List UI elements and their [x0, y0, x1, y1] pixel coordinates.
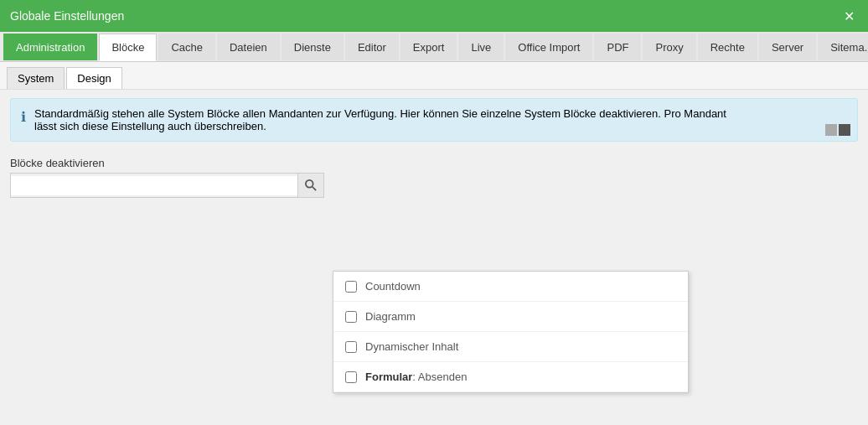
diagramm-checkbox[interactable] — [345, 311, 357, 323]
tab-export[interactable]: Export — [400, 34, 457, 60]
info-box: ℹ Standardmäßig stehen alle System Blöck… — [10, 98, 858, 142]
sub-tab-bar: System Design — [0, 62, 868, 90]
info-controls — [825, 124, 850, 136]
tab-editor[interactable]: Editor — [345, 34, 399, 60]
formular-absenden-label: Formular: Absenden — [365, 371, 467, 383]
content-wrapper: ℹ Standardmäßig stehen alle System Blöck… — [0, 90, 868, 425]
tab-live[interactable]: Live — [458, 34, 504, 60]
tab-proxy[interactable]: Proxy — [643, 34, 695, 60]
filter-label: Blöcke deaktivieren — [10, 157, 324, 169]
tab-bloecke[interactable]: Blöcke — [99, 34, 157, 61]
info-text-line1: Standardmäßig stehen alle System Blöcke … — [34, 107, 726, 120]
title-bar: Globale Einstellungen ✕ — [0, 0, 868, 32]
search-icon — [305, 179, 317, 191]
filter-input[interactable] — [11, 176, 297, 195]
countdown-checkbox[interactable] — [345, 281, 357, 293]
filter-area: Blöcke deaktivieren — [10, 157, 324, 328]
sub-tab-system[interactable]: System — [7, 67, 65, 89]
close-window-button[interactable]: ✕ — [840, 8, 858, 24]
info-collapse-button[interactable] — [825, 124, 837, 136]
tab-cache[interactable]: Cache — [158, 34, 215, 60]
dynamischer-inhalt-label: Dynamischer Inhalt — [365, 340, 458, 353]
tab-rechte[interactable]: Rechte — [698, 34, 757, 60]
tab-administration[interactable]: Administration — [3, 34, 97, 60]
dropdown-list: Countdown Diagramm Dynamischer Inhalt Fo… — [333, 271, 689, 393]
formular-absenden-checkbox[interactable] — [345, 371, 357, 383]
info-text: Standardmäßig stehen alle System Blöcke … — [34, 107, 726, 132]
info-text-line2: lässt sich diese Einstellung auch übersc… — [34, 120, 726, 132]
svg-point-0 — [306, 180, 313, 188]
list-item[interactable]: Dynamischer Inhalt — [333, 332, 688, 362]
tab-officeimport[interactable]: Office Import — [505, 34, 592, 60]
filter-input-row — [10, 173, 324, 198]
tab-dateien[interactable]: Dateien — [217, 34, 280, 60]
diagramm-label: Diagramm — [365, 310, 416, 323]
tab-server[interactable]: Server — [759, 34, 816, 60]
tab-pdf[interactable]: PDF — [594, 34, 641, 60]
info-icon: ℹ — [21, 109, 26, 125]
list-item[interactable]: Diagramm — [333, 302, 688, 332]
tab-bar: Administration Blöcke Cache Dateien Dien… — [0, 32, 868, 62]
sub-tab-design[interactable]: Design — [66, 67, 121, 89]
filter-search-button[interactable] — [297, 174, 323, 197]
svg-line-1 — [313, 187, 316, 190]
dynamischer-inhalt-checkbox[interactable] — [345, 341, 357, 353]
tab-sitemap[interactable]: Sitema... — [818, 34, 868, 60]
countdown-label: Countdown — [365, 280, 421, 293]
info-expand-button[interactable] — [839, 124, 850, 136]
tab-dienste[interactable]: Dienste — [282, 34, 344, 60]
list-item[interactable]: Formular: Absenden — [333, 362, 688, 392]
list-item[interactable]: Countdown — [333, 272, 688, 302]
window-title: Globale Einstellungen — [10, 9, 124, 23]
